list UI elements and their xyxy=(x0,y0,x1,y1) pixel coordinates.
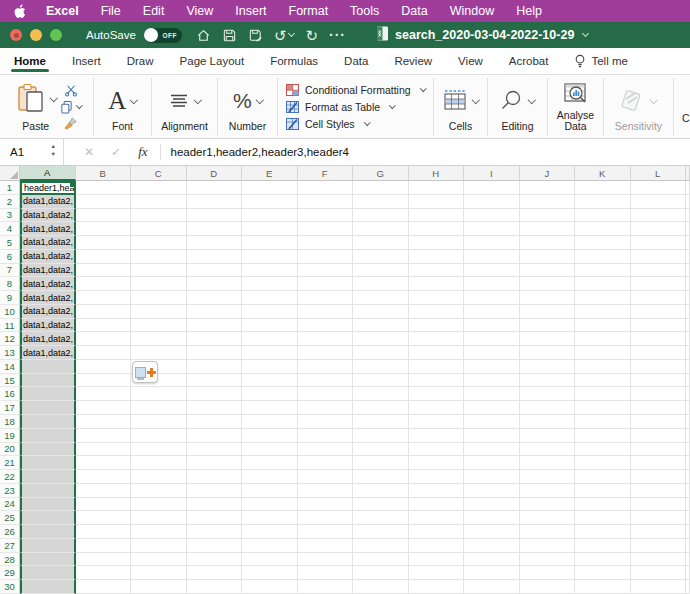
cell-A2[interactable]: data1,data2, xyxy=(20,195,76,209)
cell-C13[interactable] xyxy=(131,346,187,360)
cut-button[interactable] xyxy=(60,83,82,98)
cell-E19[interactable] xyxy=(242,429,298,443)
column-header-E[interactable]: E xyxy=(242,166,298,181)
cell-H13[interactable] xyxy=(409,346,465,360)
cell-F24[interactable] xyxy=(298,498,354,512)
cell-D27[interactable] xyxy=(187,539,243,553)
cell-H2[interactable] xyxy=(409,195,465,209)
cell-A9[interactable]: data1,data2, xyxy=(20,291,76,305)
cell-F22[interactable] xyxy=(298,470,354,484)
select-all-corner[interactable] xyxy=(0,166,20,181)
cell-L18[interactable] xyxy=(631,415,687,429)
cell-E7[interactable] xyxy=(242,264,298,278)
tab-review[interactable]: Review xyxy=(392,48,434,74)
cell-A27[interactable] xyxy=(20,539,76,553)
cell-H26[interactable] xyxy=(409,525,465,539)
row-header-10[interactable]: 10 xyxy=(0,305,20,319)
cell-I21[interactable] xyxy=(464,456,520,470)
cell-L17[interactable] xyxy=(631,401,687,415)
cell-L14[interactable] xyxy=(631,360,687,374)
cell-E28[interactable] xyxy=(242,553,298,567)
cell-H28[interactable] xyxy=(409,553,465,567)
cell-J6[interactable] xyxy=(520,250,576,264)
cell-J23[interactable] xyxy=(520,484,576,498)
cell-G11[interactable] xyxy=(353,319,409,333)
format-as-table-button[interactable]: Format as Table xyxy=(286,99,395,114)
cell-K18[interactable] xyxy=(575,415,631,429)
cell-F29[interactable] xyxy=(298,566,354,580)
cell-J3[interactable] xyxy=(520,209,576,223)
confirm-icon[interactable]: ✓ xyxy=(111,145,121,159)
cell-J28[interactable] xyxy=(520,553,576,567)
cell-G27[interactable] xyxy=(353,539,409,553)
cell-D12[interactable] xyxy=(187,332,243,346)
cell-H8[interactable] xyxy=(409,277,465,291)
cell-I5[interactable] xyxy=(464,236,520,250)
cell-C29[interactable] xyxy=(131,566,187,580)
cell-C3[interactable] xyxy=(131,209,187,223)
cell-F26[interactable] xyxy=(298,525,354,539)
cell-B22[interactable] xyxy=(76,470,132,484)
row-header-5[interactable]: 5 xyxy=(0,236,20,250)
cell-G28[interactable] xyxy=(353,553,409,567)
column-header-C[interactable]: C xyxy=(131,166,187,181)
tab-draw[interactable]: Draw xyxy=(125,48,156,74)
cell-C11[interactable] xyxy=(131,319,187,333)
tab-tell-me[interactable]: Tell me xyxy=(572,48,629,74)
row-header-20[interactable]: 20 xyxy=(0,443,20,457)
cell-E30[interactable] xyxy=(242,580,298,594)
cell-J13[interactable] xyxy=(520,346,576,360)
row-header-7[interactable]: 7 xyxy=(0,264,20,278)
cell-F25[interactable] xyxy=(298,511,354,525)
cell-D14[interactable] xyxy=(187,360,243,374)
cell-A13[interactable]: data1,data2, xyxy=(20,346,76,360)
cell-B3[interactable] xyxy=(76,209,132,223)
row-header-24[interactable]: 24 xyxy=(0,498,20,512)
cell-G16[interactable] xyxy=(353,387,409,401)
cell-D25[interactable] xyxy=(187,511,243,525)
cell-K7[interactable] xyxy=(575,264,631,278)
cell-L6[interactable] xyxy=(631,250,687,264)
cell-D23[interactable] xyxy=(187,484,243,498)
cell-G1[interactable] xyxy=(353,181,409,195)
cell-D21[interactable] xyxy=(187,456,243,470)
menu-item-edit[interactable]: Edit xyxy=(143,4,165,18)
cell-F11[interactable] xyxy=(298,319,354,333)
cell-F15[interactable] xyxy=(298,374,354,388)
cell-C12[interactable] xyxy=(131,332,187,346)
cell-L10[interactable] xyxy=(631,305,687,319)
cell-F19[interactable] xyxy=(298,429,354,443)
cell-J16[interactable] xyxy=(520,387,576,401)
cell-E20[interactable] xyxy=(242,443,298,457)
cell-H25[interactable] xyxy=(409,511,465,525)
cell-J17[interactable] xyxy=(520,401,576,415)
cell-B24[interactable] xyxy=(76,498,132,512)
cell-K27[interactable] xyxy=(575,539,631,553)
title-chevron-icon[interactable] xyxy=(582,30,589,37)
cell-G6[interactable] xyxy=(353,250,409,264)
cell-G10[interactable] xyxy=(353,305,409,319)
cell-G4[interactable] xyxy=(353,222,409,236)
cell-I6[interactable] xyxy=(464,250,520,264)
cell-I16[interactable] xyxy=(464,387,520,401)
cell-E1[interactable] xyxy=(242,181,298,195)
column-header-F[interactable]: F xyxy=(298,166,354,181)
close-window-button[interactable] xyxy=(10,29,22,41)
cell-K12[interactable] xyxy=(575,332,631,346)
cell-B28[interactable] xyxy=(76,553,132,567)
cell-B1[interactable] xyxy=(76,181,132,195)
column-header-J[interactable]: J xyxy=(520,166,576,181)
cell-D17[interactable] xyxy=(187,401,243,415)
cell-H22[interactable] xyxy=(409,470,465,484)
cell-H4[interactable] xyxy=(409,222,465,236)
cell-L22[interactable] xyxy=(631,470,687,484)
cell-styles-chevron-icon[interactable] xyxy=(364,119,370,125)
cell-B5[interactable] xyxy=(76,236,132,250)
row-header-4[interactable]: 4 xyxy=(0,222,20,236)
cell-L11[interactable] xyxy=(631,319,687,333)
cell-F18[interactable] xyxy=(298,415,354,429)
cell-G15[interactable] xyxy=(353,374,409,388)
cell-G22[interactable] xyxy=(353,470,409,484)
cell-A20[interactable] xyxy=(20,443,76,457)
cell-F17[interactable] xyxy=(298,401,354,415)
